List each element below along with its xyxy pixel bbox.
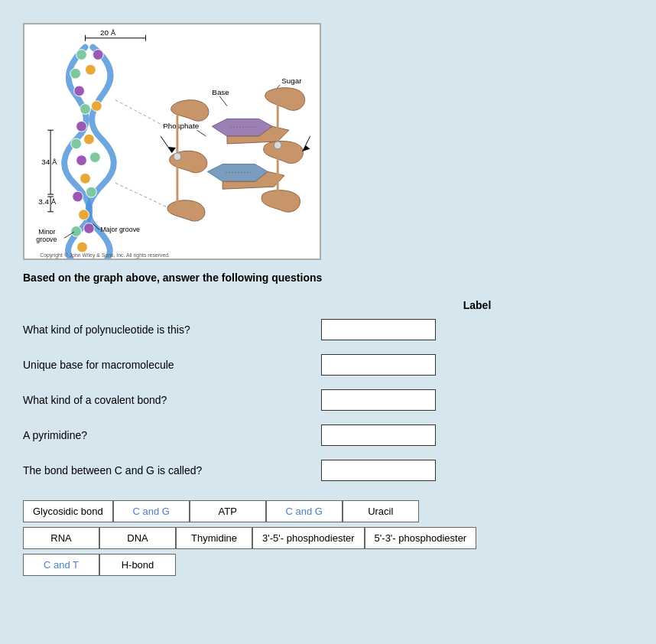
word-bank-item-uracil[interactable]: Uracil <box>343 500 419 522</box>
word-bank-item-h-bond[interactable]: H-bond <box>99 554 176 576</box>
question-text-2: Unique base for macromolecule <box>23 359 313 371</box>
svg-point-51 <box>274 141 281 149</box>
question-text-1: What kind of polynucleotide is this? <box>23 324 313 336</box>
svg-text:Major groove: Major groove <box>100 226 140 233</box>
word-bank-item-atp[interactable]: ATP <box>190 500 266 522</box>
word-bank-row-2: RNA DNA Thymidine 3'-5'- phosphodiester … <box>23 527 633 549</box>
svg-point-29 <box>71 226 82 237</box>
question-text-5: The bond between C and G is called? <box>23 464 313 476</box>
word-bank-row-1: Glycosidic bond C and G ATP C and G Urac… <box>23 500 633 522</box>
word-bank-section: Glycosidic bond C and G ATP C and G Urac… <box>23 500 633 576</box>
svg-point-23 <box>76 155 87 166</box>
svg-point-17 <box>74 86 85 96</box>
svg-point-15 <box>70 68 81 79</box>
instruction-text: Based on the graph above, answer the fol… <box>23 272 633 284</box>
word-bank-item-rna[interactable]: RNA <box>23 527 99 549</box>
svg-point-48 <box>174 153 181 161</box>
question-row-4: A pyrimidine? <box>23 424 633 446</box>
question-row-3: What kind of a covalent bond? <box>23 389 633 411</box>
word-bank-item-c-and-t[interactable]: C and T <box>23 554 99 576</box>
answer-input-5[interactable] <box>321 460 436 481</box>
svg-point-21 <box>71 138 82 149</box>
svg-point-24 <box>89 152 100 163</box>
svg-text:Phosphate: Phosphate <box>163 122 200 130</box>
question-row-1: What kind of polynucleotide is this? <box>23 319 633 340</box>
label-header: Label <box>321 299 633 311</box>
svg-text:Sugar: Sugar <box>281 76 302 85</box>
question-row-5: The bond between C and G is called? <box>23 460 633 481</box>
svg-point-19 <box>91 101 102 112</box>
svg-point-28 <box>79 210 89 220</box>
question-text-4: A pyrimidine? <box>23 429 313 441</box>
svg-point-16 <box>85 64 96 75</box>
dna-image-box: 20 Å 34 Å 3.4 Å <box>23 23 321 260</box>
svg-text:groove: groove <box>36 236 57 243</box>
word-bank-item-c-and-g-1[interactable]: C and G <box>113 500 190 522</box>
questions-section: Label What kind of polynucleotide is thi… <box>23 299 633 481</box>
main-container: 20 Å 34 Å 3.4 Å <box>15 15 641 588</box>
svg-text:Base: Base <box>212 88 229 96</box>
word-bank-item-5-3-phosphodiester[interactable]: 5'-3'- phosphodiester <box>365 527 477 549</box>
svg-text:34 Å: 34 Å <box>41 158 57 166</box>
svg-point-14 <box>93 50 103 60</box>
word-bank-item-glycosidic-bond[interactable]: Glycosidic bond <box>23 500 113 522</box>
word-bank-item-thymidine[interactable]: Thymidine <box>176 527 252 549</box>
svg-text:20 Å: 20 Å <box>100 28 116 37</box>
question-row-2: Unique base for macromolecule <box>23 354 633 376</box>
word-bank-item-3-5-phosphodiester[interactable]: 3'-5'- phosphodiester <box>252 527 365 549</box>
word-bank-row-3: C and T H-bond <box>23 554 633 576</box>
dna-diagram: 20 Å 34 Å 3.4 Å <box>24 24 320 259</box>
word-bank-item-c-and-g-2[interactable]: C and G <box>266 500 343 522</box>
svg-point-13 <box>76 50 87 60</box>
svg-text:3.4 Å: 3.4 Å <box>38 197 56 206</box>
svg-point-27 <box>86 187 96 197</box>
svg-text:Copyright © John Wiley & Sons,: Copyright © John Wiley & Sons, Inc. All … <box>40 252 170 259</box>
svg-point-31 <box>77 242 88 252</box>
question-text-3: What kind of a covalent bond? <box>23 394 313 406</box>
svg-point-18 <box>80 104 91 115</box>
svg-point-20 <box>76 121 87 132</box>
answer-input-4[interactable] <box>321 424 436 446</box>
answer-input-1[interactable] <box>321 319 436 340</box>
answer-input-3[interactable] <box>321 389 436 411</box>
svg-point-25 <box>80 173 91 184</box>
svg-point-26 <box>73 191 83 202</box>
word-bank-item-dna[interactable]: DNA <box>99 527 176 549</box>
svg-point-30 <box>84 223 95 234</box>
answer-input-2[interactable] <box>321 354 436 376</box>
svg-point-22 <box>84 134 95 145</box>
svg-text:Minor: Minor <box>38 228 55 236</box>
